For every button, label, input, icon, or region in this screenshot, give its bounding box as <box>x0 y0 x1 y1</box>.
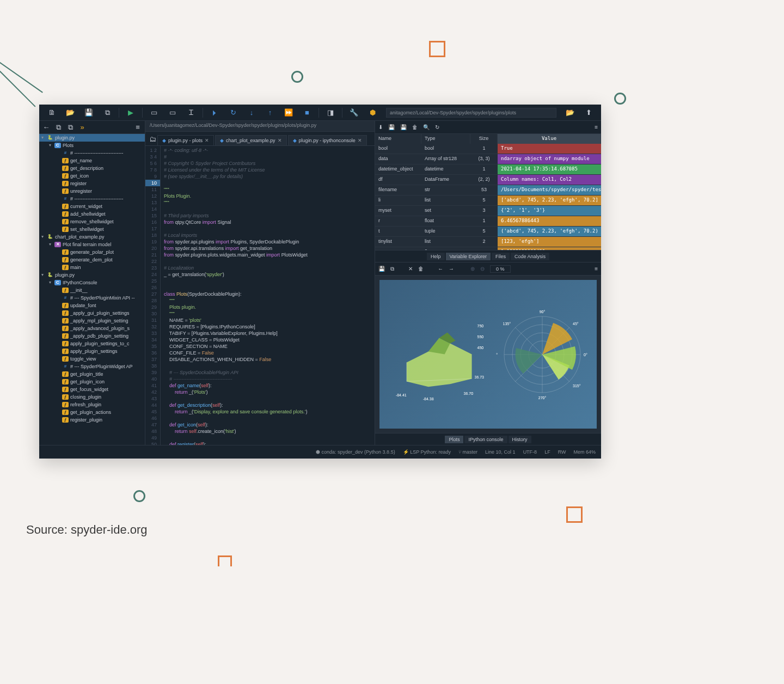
variable-row[interactable]: rfloat16.46567886443 <box>375 216 601 227</box>
tree-item[interactable]: ƒcurrent_widget <box>39 203 145 210</box>
tree-item[interactable]: ƒget_plugin_actions <box>39 408 145 416</box>
tree-item[interactable]: ƒtoggle_view <box>39 355 145 363</box>
tree-item[interactable]: ƒremove_shellwidget <box>39 218 145 225</box>
code-content[interactable]: # -*- coding: utf-8 -*- # # Copyright © … <box>161 146 375 445</box>
tree-item[interactable]: ƒupdate_font <box>39 302 145 309</box>
tree-item[interactable]: ƒregister_plugin <box>39 416 145 424</box>
working-dir-field[interactable]: anitagomez/Local/Dev-Spyder/spyder/spyde… <box>386 108 556 118</box>
menu-icon[interactable]: ≡ <box>595 266 598 272</box>
tree-item[interactable]: ▾🐍plugin.py <box>39 271 145 279</box>
search-icon[interactable]: 🔍 <box>423 124 430 130</box>
parent-dir-icon[interactable]: ⬆ <box>580 106 597 119</box>
close-plot-icon[interactable]: ✕ <box>408 266 413 272</box>
zoom-in-icon[interactable]: ⊕ <box>470 266 475 272</box>
tree-item[interactable]: ƒgenerate_dem_plot <box>39 256 145 264</box>
stop-icon[interactable]: ■ <box>299 106 315 119</box>
tree-item[interactable]: ƒ_apply_pdb_plugin_setting <box>39 332 145 340</box>
tree-item[interactable]: ƒ_apply_gui_plugin_settings <box>39 309 145 317</box>
tree-item[interactable]: ▾🐍chart_plot_example.py <box>39 233 145 241</box>
variable-row[interactable]: lilist5['abcd', 745, 2.23, 'efgh', 70.2] <box>375 196 601 206</box>
tree-item[interactable]: ▾✕Plot final terrain model <box>39 241 145 248</box>
run-selection-icon[interactable]: Ꮖ <box>183 106 199 119</box>
variable-table[interactable]: Name Type Size Value boolbool1TruedataAr… <box>375 134 601 250</box>
variable-row[interactable]: dataArray of str128(3, 3)ndarray object … <box>375 154 601 164</box>
step-out-icon[interactable]: ↑ <box>262 106 278 119</box>
delete-icon[interactable]: 🗑 <box>412 124 418 130</box>
copy-icon[interactable]: ⧉ <box>54 121 62 134</box>
status-eol[interactable]: LF <box>544 449 550 455</box>
tree-item[interactable]: ƒget_description <box>39 164 145 172</box>
run-cell-next-icon[interactable]: ▭ <box>164 106 181 119</box>
browse-dir-icon[interactable]: 📂 <box>562 106 578 119</box>
tree-item[interactable]: ▾CIPythonConsole <box>39 279 145 286</box>
open-folder-icon[interactable]: 📂 <box>62 106 78 119</box>
next-plot-icon[interactable]: → <box>449 266 454 272</box>
tree-item[interactable]: ▾🐍plugin.py <box>39 134 145 142</box>
status-branch[interactable]: ⑂ master <box>458 449 477 455</box>
wrench-icon[interactable]: 🔧 <box>346 106 362 119</box>
variable-row[interactable]: boolbool1True <box>375 144 601 154</box>
run-cell-icon[interactable]: ▭ <box>146 106 162 119</box>
editor-tab[interactable]: ◆plugin.py - plots✕ <box>157 135 214 145</box>
tree-item[interactable]: ƒget_plugin_icon <box>39 378 145 386</box>
tree-item[interactable]: ƒmain <box>39 264 145 271</box>
variable-row[interactable]: tinylistlist2[123, 'efgh'] <box>375 237 601 247</box>
tree-item[interactable]: ## ------------------------------ <box>39 195 145 203</box>
tree-item[interactable]: ## ------------------------------ <box>39 149 145 157</box>
menu-icon[interactable]: ≡ <box>134 121 142 134</box>
tree-item[interactable]: ƒregister <box>39 180 145 187</box>
tree-item[interactable]: ƒget_focus_widget <box>39 386 145 393</box>
outline-tree[interactable]: ▾🐍plugin.py▾CPlots## -------------------… <box>39 134 145 445</box>
tree-item[interactable]: ƒget_plugin_title <box>39 370 145 378</box>
variable-row[interactable]: mysetset3{'2', '1', '3'} <box>375 206 601 216</box>
tree-item[interactable]: ## --- SpyderPluginWidget AP <box>39 363 145 370</box>
duplicate-icon[interactable]: ⧉ <box>66 121 74 134</box>
tree-item[interactable]: ƒset_shellwidget <box>39 225 145 233</box>
tree-item[interactable]: ƒ_apply_mpl_plugin_setting <box>39 317 145 325</box>
continue-icon[interactable]: ⏩ <box>280 106 297 119</box>
status-env[interactable]: ⬢ conda: spyder_dev (Python 3.8.5) <box>316 449 395 455</box>
tree-item[interactable]: ## --- SpyderPluginMixin API -- <box>39 294 145 302</box>
run-icon[interactable]: ▶ <box>122 106 139 119</box>
panel-tab[interactable]: IPython console <box>464 436 507 443</box>
tree-item[interactable]: ƒget_icon <box>39 172 145 180</box>
editor-tab[interactable]: ◆chart_plot_example.py✕ <box>215 135 287 145</box>
new-file-icon[interactable]: 🗎 <box>44 106 60 119</box>
zoom-out-icon[interactable]: ⊖ <box>480 266 485 272</box>
save-plot-icon[interactable]: 💾 <box>378 266 385 272</box>
max-pane-icon[interactable]: ◨ <box>322 106 339 119</box>
save-icon[interactable]: 💾 <box>81 106 97 119</box>
menu-icon[interactable]: ≡ <box>595 124 598 130</box>
import-icon[interactable]: ⬇ <box>378 124 383 130</box>
browse-tabs-icon[interactable]: 🗂 <box>148 132 157 145</box>
tree-item[interactable]: ▾CPlots <box>39 142 145 149</box>
panel-tab[interactable]: Variable Explorer <box>446 253 491 260</box>
tree-item[interactable]: ƒunregister <box>39 187 145 195</box>
prev-plot-icon[interactable]: ← <box>438 266 443 272</box>
save-as-icon[interactable]: 💾 <box>400 124 407 130</box>
tree-item[interactable]: ƒ_apply_advanced_plugin_s <box>39 325 145 332</box>
copy-plot-icon[interactable]: ⧉ <box>390 266 394 272</box>
save-icon[interactable]: 💾 <box>388 124 395 130</box>
editor-tab[interactable]: ◆plugin.py - ipythonconsole✕ <box>288 135 367 145</box>
python-path-icon[interactable]: ⬢ <box>364 106 381 119</box>
save-all-icon[interactable]: ⧉ <box>99 106 115 119</box>
refresh-icon[interactable]: ↻ <box>435 124 439 130</box>
tree-item[interactable]: ƒget_name <box>39 157 145 164</box>
tree-item[interactable]: ƒclosing_plugin <box>39 393 145 401</box>
variable-row[interactable]: datetime_objectdatetime12021-04-14 17:35… <box>375 164 601 175</box>
variable-row[interactable]: ttuple5('abcd', 745, 2.23, 'efgh', 70.2) <box>375 227 601 237</box>
variable-row[interactable]: dfDataFrame(2, 2)Column names: Col1, Col… <box>375 175 601 185</box>
tree-item[interactable]: ƒadd_shellwidget <box>39 210 145 218</box>
zoom-field[interactable]: 0 % <box>490 265 511 273</box>
variable-row[interactable]: filenamestr53/Users/Documents/spyder/spy… <box>375 185 601 196</box>
panel-tab[interactable]: History <box>509 436 531 443</box>
code-editor[interactable]: 1 2 3 4 5 6 7 8 9 10 11 12 13 14 15 16 1… <box>145 146 375 445</box>
panel-tab[interactable]: Files <box>492 253 510 260</box>
step-in-icon[interactable]: ↓ <box>243 106 260 119</box>
back-icon[interactable]: ← <box>42 121 50 134</box>
tree-item[interactable]: ƒapply_plugin_settings_to_c <box>39 340 145 347</box>
tree-item[interactable]: ƒgenerate_polar_plot <box>39 248 145 256</box>
panel-tab[interactable]: Code Analysis <box>511 253 549 260</box>
tree-item[interactable]: ƒapply_plugin_settings <box>39 347 145 355</box>
